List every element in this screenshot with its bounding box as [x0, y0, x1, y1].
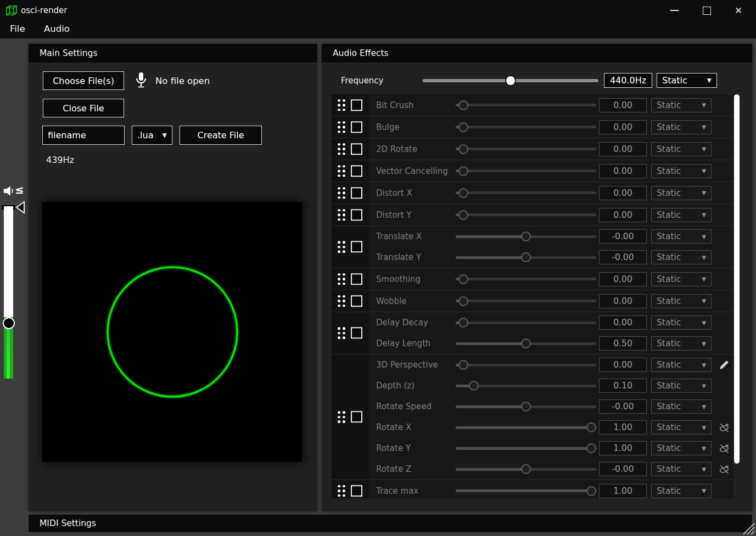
effect-slider[interactable]: [456, 464, 596, 475]
effect-slider-track[interactable]: [456, 364, 596, 366]
effect-slider-thumb[interactable]: [458, 100, 468, 110]
effects-scrollbar[interactable]: [734, 94, 740, 464]
drag-handle-icon[interactable]: [338, 485, 345, 497]
effect-slider[interactable]: [456, 401, 596, 412]
effect-mode-select[interactable]: Static▼: [651, 229, 712, 244]
effect-slider-thumb[interactable]: [521, 252, 531, 262]
effect-slider[interactable]: [456, 144, 596, 155]
effect-slider-thumb[interactable]: [458, 296, 468, 306]
drag-handle-icon[interactable]: [338, 327, 345, 339]
effect-value-input[interactable]: 1.00: [599, 484, 647, 498]
effect-enable-checkbox[interactable]: [351, 485, 362, 496]
effect-value-input[interactable]: 1.00: [599, 441, 647, 455]
effect-slider[interactable]: [456, 274, 596, 285]
effect-enable-checkbox[interactable]: [351, 187, 362, 199]
frequency-value-input[interactable]: 440.0Hz: [604, 73, 652, 88]
effect-slider-track[interactable]: [456, 321, 596, 324]
drag-handle-icon[interactable]: [338, 209, 345, 221]
effect-slider-thumb[interactable]: [458, 122, 468, 132]
drag-handle-icon[interactable]: [338, 187, 345, 199]
effect-slider[interactable]: [456, 486, 596, 496]
menu-audio[interactable]: Audio: [42, 21, 72, 38]
effect-value-input[interactable]: -0.00: [599, 399, 647, 414]
frequency-slider-thumb[interactable]: [505, 75, 516, 86]
effect-mode-select[interactable]: Static▼: [651, 420, 712, 435]
effect-slider-thumb[interactable]: [521, 338, 531, 348]
effect-slider-thumb[interactable]: [458, 166, 468, 176]
effect-mode-select[interactable]: Static▼: [651, 164, 712, 178]
pencil-icon[interactable]: [718, 359, 730, 371]
effect-slider-thumb[interactable]: [458, 318, 468, 328]
effect-value-input[interactable]: 0.00: [599, 120, 647, 134]
effect-slider-track[interactable]: [456, 148, 596, 150]
effect-mode-select[interactable]: Static▼: [651, 250, 712, 264]
effect-mode-select[interactable]: Static▼: [651, 208, 712, 222]
effect-value-input[interactable]: 0.00: [599, 208, 647, 222]
effect-value-input[interactable]: 0.00: [599, 164, 647, 178]
effect-enable-checkbox[interactable]: [351, 165, 362, 177]
threshold-marker-icon[interactable]: [15, 200, 26, 215]
effect-slider-track[interactable]: [456, 104, 596, 106]
volume-slider-thumb[interactable]: [3, 317, 15, 329]
effect-slider[interactable]: [456, 100, 596, 111]
effect-slider-thumb[interactable]: [521, 402, 531, 411]
effect-value-input[interactable]: 0.10: [599, 379, 647, 393]
effect-slider[interactable]: [456, 188, 596, 199]
effect-mode-select[interactable]: Static▼: [651, 315, 712, 330]
filename-input[interactable]: filename: [42, 126, 125, 145]
effect-enable-checkbox[interactable]: [351, 143, 362, 155]
effect-enable-checkbox[interactable]: [351, 121, 362, 133]
maximize-button[interactable]: [694, 0, 719, 21]
file-extension-select[interactable]: .lua ▼: [132, 126, 172, 145]
effect-slider[interactable]: [456, 166, 596, 177]
drag-handle-icon[interactable]: [338, 295, 345, 307]
spin-axis-icon[interactable]: [718, 421, 730, 433]
effect-mode-select[interactable]: Static▼: [651, 186, 712, 200]
effect-slider-thumb[interactable]: [521, 232, 531, 241]
effect-value-input[interactable]: -0.00: [599, 462, 647, 476]
drag-handle-icon[interactable]: [338, 143, 345, 155]
drag-handle-icon[interactable]: [338, 411, 345, 423]
midi-settings-header[interactable]: MIDI Settings: [29, 515, 752, 532]
drag-handle-icon[interactable]: [338, 99, 345, 111]
effect-slider-thumb[interactable]: [458, 210, 468, 220]
effect-slider[interactable]: [456, 296, 596, 307]
effect-enable-checkbox[interactable]: [351, 241, 362, 253]
effect-slider-thumb[interactable]: [469, 381, 479, 391]
effect-value-input[interactable]: 0.00: [599, 98, 647, 112]
effect-value-input[interactable]: -0.00: [599, 229, 647, 244]
effect-mode-select[interactable]: Static▼: [651, 98, 712, 112]
effect-enable-checkbox[interactable]: [351, 209, 362, 221]
effect-mode-select[interactable]: Static▼: [651, 272, 712, 286]
effect-value-input[interactable]: 1.00: [599, 420, 647, 435]
resize-grip[interactable]: [738, 520, 755, 535]
effect-value-input[interactable]: 0.00: [599, 294, 647, 308]
effect-slider-track[interactable]: [456, 278, 596, 280]
effect-enable-checkbox[interactable]: [351, 99, 362, 111]
effect-slider[interactable]: [456, 443, 596, 454]
effect-slider[interactable]: [456, 231, 596, 242]
effect-slider-thumb[interactable]: [458, 144, 468, 154]
effect-slider-thumb[interactable]: [586, 486, 596, 496]
effect-mode-select[interactable]: Static▼: [651, 336, 712, 351]
main-settings-header[interactable]: Main Settings: [29, 44, 317, 63]
effect-slider-thumb[interactable]: [586, 422, 596, 432]
effect-enable-checkbox[interactable]: [351, 273, 362, 285]
effect-value-input[interactable]: 0.00: [599, 186, 647, 200]
effect-slider-track[interactable]: [456, 170, 596, 172]
effect-slider[interactable]: [456, 359, 596, 370]
effect-value-input[interactable]: 0.50: [599, 336, 647, 351]
effect-slider-thumb[interactable]: [458, 274, 468, 284]
effect-slider[interactable]: [456, 422, 596, 433]
drag-handle-icon[interactable]: [338, 121, 345, 133]
effect-slider-track[interactable]: [456, 300, 596, 302]
effect-value-input[interactable]: 0.00: [599, 358, 647, 372]
effect-slider-thumb[interactable]: [586, 443, 596, 453]
effect-mode-select[interactable]: Static▼: [651, 379, 712, 393]
effect-slider-thumb[interactable]: [521, 464, 531, 474]
effect-mode-select[interactable]: Static▼: [651, 441, 712, 455]
microphone-icon[interactable]: [134, 71, 148, 89]
frequency-slider[interactable]: [423, 73, 598, 88]
effect-mode-select[interactable]: Static▼: [651, 294, 712, 308]
effect-value-input[interactable]: -0.00: [599, 250, 647, 264]
